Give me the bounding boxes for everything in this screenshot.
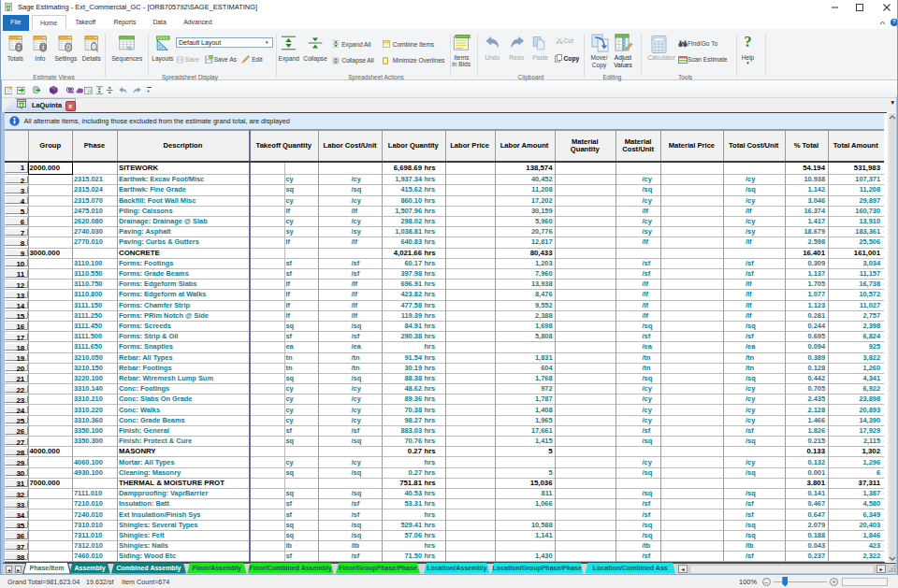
- svg-text:i: i: [42, 44, 44, 51]
- svg-text:Σ: Σ: [17, 44, 20, 51]
